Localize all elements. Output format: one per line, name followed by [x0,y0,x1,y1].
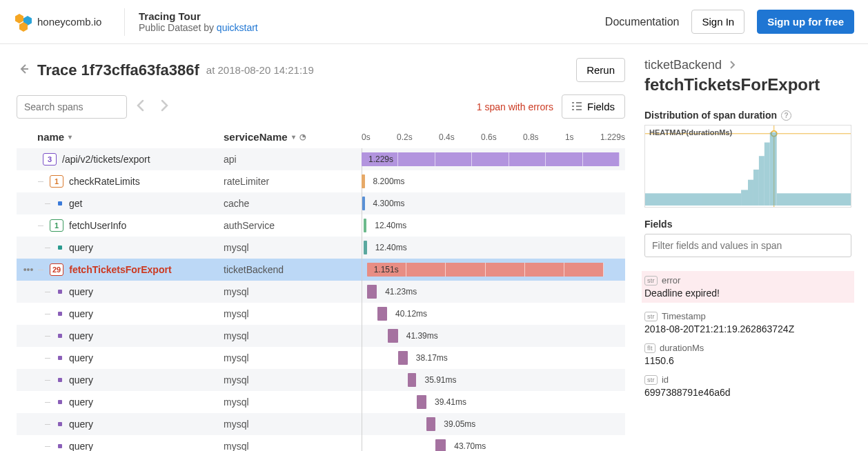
timeline-tick: 1s [565,132,574,142]
duration-bar [362,152,620,166]
sign-in-button[interactable]: Sign In [691,10,744,34]
fields-section-title: Fields [644,219,851,230]
help-icon[interactable]: ? [781,110,791,121]
heatmap-chart[interactable]: HEATMAP(durationMs) [644,125,851,208]
span-row[interactable]: •••getcache4.300ms [17,192,625,214]
span-row[interactable]: •••3/api/v2/tickets/exportapi1.229s [17,148,625,170]
span-name-cell: query [37,419,224,430]
timeline-tick: 0.2s [397,132,413,142]
chevron-down-icon: ▾ [68,133,72,141]
field-row[interactable]: strerrorDeadline expired! [642,271,854,303]
leaf-dot-icon [58,201,62,206]
span-row[interactable]: •••querymysql41.23ms [17,281,625,303]
duration-bar [362,174,365,188]
span-name-cell: query [37,242,224,253]
duration-label: 1.229s [368,154,393,164]
logo[interactable]: honeycomb.io [14,12,110,32]
sign-up-button[interactable]: Sign up for free [757,10,854,34]
field-label: fltdurationMs [644,343,851,353]
span-timeline-cell: 4.300ms [362,192,625,214]
prev-arrow-icon[interactable] [135,99,146,114]
columns-icon [572,101,582,112]
span-name-label: fetchUserInfo [69,220,126,231]
timeline-tick: 1.229s [600,132,625,142]
span-service-cell: mysql [224,308,362,319]
span-service-cell: authService [224,220,362,231]
duration-bar [362,197,364,210]
span-row[interactable]: •••querymysql43.70ms [17,435,625,451]
field-label: strTimestamp [644,311,851,321]
duration-bar [367,263,604,277]
span-row[interactable]: •••querymysql38.17ms [17,347,625,369]
column-service-header[interactable]: serviceName ▾ ◔ [224,131,362,143]
span-row[interactable]: •••querymysql41.39ms [17,325,625,347]
leaf-dot-icon [58,245,62,250]
field-label: strid [644,374,851,385]
fields-button[interactable]: Fields [562,94,625,119]
breadcrumb-service[interactable]: ticketBackend [644,58,722,72]
rerun-button[interactable]: Rerun [576,58,625,82]
duration-label: 41.39ms [406,331,438,341]
span-row[interactable]: •••querymysql35.91ms [17,369,625,391]
span-name-cell: 29fetchTicketsForExport [37,263,224,276]
child-count-badge[interactable]: 1 [50,175,63,188]
span-row[interactable]: •••querymysql12.40ms [17,237,625,259]
duration-label: 38.17ms [416,353,448,363]
duration-label: 43.70ms [454,441,486,451]
documentation-link[interactable]: Documentation [605,16,680,28]
span-timeline-cell: 35.91ms [362,369,625,391]
span-name-cell: query [37,330,224,341]
field-value: 6997388791e46a6d [644,387,851,398]
dataset-title: Tracing Tour [139,10,258,22]
svg-text:honeycomb.io: honeycomb.io [37,16,101,28]
next-arrow-icon[interactable] [159,99,170,114]
duration-label: 8.200ms [373,177,405,186]
svg-rect-11 [759,156,765,206]
span-name-cell: 1fetchUserInfo [37,219,224,232]
span-row[interactable]: •••29fetchTicketsForExportticketBackend1… [17,259,625,281]
child-count-badge[interactable]: 3 [43,153,57,166]
span-timeline-cell: 8.200ms [362,170,625,192]
span-timeline-cell: 43.70ms [362,435,625,451]
filter-fields-input[interactable] [644,234,851,257]
dataset-link[interactable]: quickstart [217,22,258,33]
child-count-badge[interactable]: 1 [50,219,63,232]
span-row[interactable]: •••1fetchUserInfoauthService12.40ms [17,214,625,237]
span-timeline-cell: 12.40ms [362,214,625,237]
field-row[interactable]: strTimestamp2018-08-20T21:21:19.26286372… [644,311,851,334]
duration-bar [408,373,417,387]
duration-bar [388,329,398,343]
type-tag: flt [644,343,655,353]
span-service-cell: mysql [224,419,362,430]
distribution-title: Distribution of span duration ? [644,110,851,121]
trace-header: Trace 1f73cffa63fa386f at 2018-08-20 14:… [17,58,625,82]
child-count-badge[interactable]: 29 [50,263,63,276]
span-row[interactable]: •••querymysql40.12ms [17,303,625,325]
svg-rect-7 [645,193,741,206]
span-service-cell: api [224,154,362,165]
filter-icon: ◔ [299,132,306,141]
span-service-cell: mysql [224,397,362,408]
breadcrumb: ticketBackend [644,58,851,72]
field-row[interactable]: fltdurationMs1150.6 [644,343,851,366]
span-errors-text[interactable]: 1 span with errors [477,101,553,112]
leaf-dot-icon [58,334,62,338]
span-service-cell: mysql [224,374,362,385]
heatmap-axis-label: HEATMAP(durationMs) [649,128,732,137]
span-row[interactable]: •••querymysql39.05ms [17,413,625,435]
duration-bar [377,307,387,321]
duration-bar [426,417,436,431]
span-name-title: fetchTicketsForExport [644,75,851,94]
span-row[interactable]: •••querymysql39.41ms [17,391,625,413]
span-name-label: get [69,198,82,209]
back-arrow-icon[interactable] [17,62,30,78]
search-spans-input[interactable] [17,95,127,119]
span-row[interactable]: •••1checkRateLimitsrateLimiter8.200ms [17,170,625,192]
type-tag: str [644,312,658,321]
duration-bar [364,241,367,254]
duration-bar [364,219,367,232]
field-row[interactable]: strid6997388791e46a6d [644,374,851,398]
column-name-header[interactable]: name ▾ [37,131,224,143]
row-menu-icon[interactable]: ••• [19,264,37,275]
span-name-cell: query [37,374,224,385]
